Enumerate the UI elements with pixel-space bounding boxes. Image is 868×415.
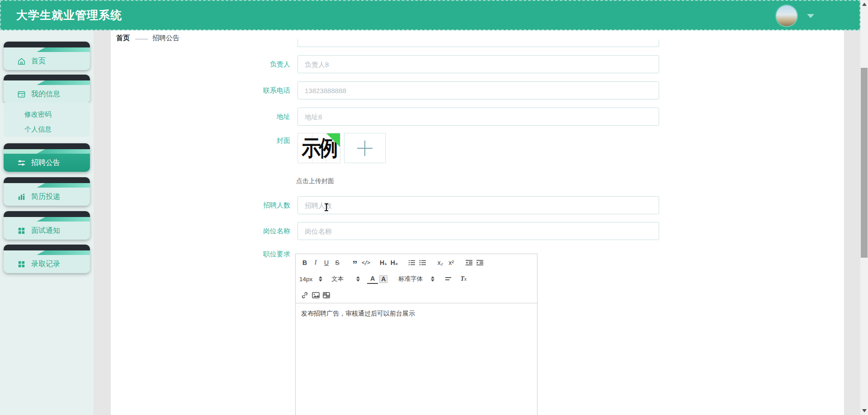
text-color-button[interactable]: A [367, 274, 378, 284]
picker-arrows-icon [431, 276, 434, 282]
image-button[interactable] [310, 290, 321, 300]
scroll-up-icon[interactable] [862, 3, 867, 6]
card-top-bar [4, 42, 90, 47]
phone-label: 联系电话 [111, 86, 290, 95]
main-content: 首页 —— 招聘公告 负责人 联系电话 地址 封面 示例 点击上传封面 招聘人数 [111, 30, 844, 415]
sidebar-item-interview-notice[interactable]: 面试通知 [4, 211, 90, 240]
cover-image-thumbnail[interactable]: 示例 [297, 133, 340, 163]
sidebar-item-resume-delivery[interactable]: 简历投递 [4, 177, 90, 206]
rich-text-editor: B I U S ” </> H₁ H₂ [295, 254, 538, 415]
form-row-headcount: 招聘人数 [111, 196, 659, 214]
sidebar: 首页 我的信息 修改密码 个人信息 招聘公告 [0, 30, 94, 415]
form-row-phone: 联系电话 [111, 81, 659, 99]
sidebar-item-label: 我的信息 [31, 90, 60, 99]
position-input[interactable] [297, 222, 659, 240]
sliders-icon [17, 159, 26, 167]
page-scrollbar[interactable] [860, 0, 868, 415]
scroll-down-icon[interactable] [862, 409, 867, 412]
grid-icon [17, 260, 26, 269]
card-stripe [4, 217, 90, 222]
text-style-value: 文本 [331, 275, 344, 283]
manager-label: 负责人 [111, 60, 290, 69]
superscript-button[interactable]: x² [446, 258, 457, 268]
sidebar-item-my-info[interactable]: 我的信息 [4, 75, 90, 103]
user-avatar[interactable] [776, 5, 797, 26]
strikethrough-button[interactable]: S [332, 258, 343, 268]
picker-arrows-icon [356, 276, 360, 282]
cover-upload-button[interactable] [344, 133, 386, 163]
link-button[interactable] [299, 290, 310, 300]
chevron-down-icon[interactable] [807, 14, 814, 18]
font-family-picker[interactable]: 标准字体 [398, 275, 437, 283]
cover-label: 封面 [111, 133, 290, 145]
sidebar-item-label: 面试通知 [31, 226, 60, 236]
editor-content[interactable]: 发布招聘广告，审核通过后可以前台展示 [296, 303, 537, 415]
font-family-value: 标准字体 [398, 275, 423, 283]
card-top-bar [4, 245, 90, 250]
sidebar-item-label: 首页 [31, 57, 46, 66]
breadcrumb-current: 招聘公告 [152, 34, 179, 42]
outdent-button[interactable] [463, 258, 474, 268]
user-menu[interactable] [776, 5, 814, 26]
align-button[interactable] [443, 274, 453, 284]
card-stripe [4, 80, 90, 85]
my-info-submenu: 修改密码 个人信息 [4, 103, 90, 137]
font-size-value: 14px [299, 276, 312, 283]
subscript-button[interactable]: x₂ [435, 258, 446, 268]
blockquote-button[interactable]: ” [349, 258, 360, 268]
scrollbar-thumb[interactable] [861, 68, 868, 258]
app-header: 大学生就业管理系统 [0, 0, 860, 30]
sidebar-item-home[interactable]: 首页 [4, 42, 90, 70]
underline-button[interactable]: U [321, 258, 332, 268]
font-size-picker[interactable]: 14px [299, 276, 325, 283]
picker-arrows-icon [319, 276, 322, 282]
card-stripe [4, 47, 90, 52]
video-button[interactable] [321, 290, 332, 300]
address-input[interactable] [297, 108, 659, 126]
home-icon [17, 57, 26, 66]
clean-format-button[interactable]: Tx [458, 274, 469, 284]
editor-toolbar: B I U S ” </> H₁ H₂ [296, 254, 537, 303]
breadcrumb: 首页 —— 招聘公告 [116, 34, 179, 42]
italic-button[interactable]: I [310, 258, 321, 268]
grid-icon [17, 226, 26, 235]
sidebar-item-label: 招聘公告 [31, 158, 60, 168]
card-stripe [4, 250, 90, 255]
card-top-bar [4, 75, 90, 80]
bar-chart-icon [17, 193, 26, 201]
headcount-input[interactable] [297, 196, 659, 214]
card-top-bar [4, 143, 90, 149]
header-2-button[interactable]: H₂ [389, 258, 400, 268]
address-label: 地址 [111, 113, 290, 121]
phone-input[interactable] [297, 81, 659, 99]
profile-card-icon [17, 90, 26, 99]
plus-icon [357, 141, 373, 156]
card-stripe [4, 149, 90, 154]
breadcrumb-separator: —— [135, 34, 147, 42]
sidebar-item-label: 录取记录 [31, 259, 60, 269]
ordered-list-button[interactable] [406, 258, 417, 268]
bold-button[interactable]: B [299, 258, 310, 268]
sidebar-subitem-personal-info[interactable]: 个人信息 [4, 122, 90, 137]
card-top-bar [4, 211, 90, 217]
clipped-input-above[interactable] [297, 39, 659, 47]
header-1-button[interactable]: H₁ [378, 258, 389, 268]
manager-input[interactable] [297, 55, 659, 73]
form-row-cover: 封面 示例 [111, 133, 386, 163]
sidebar-item-label: 简历投递 [31, 192, 60, 202]
form-row-address: 地址 [111, 108, 659, 126]
sidebar-item-recruit-notice[interactable]: 招聘公告 [4, 143, 90, 172]
card-top-bar [4, 177, 90, 183]
indent-button[interactable] [474, 258, 485, 268]
sidebar-item-admission-record[interactable]: 录取记录 [4, 245, 90, 273]
cover-upload-hint: 点击上传封面 [296, 177, 334, 185]
sidebar-subitem-change-password[interactable]: 修改密码 [4, 107, 90, 122]
code-block-button[interactable]: </> [360, 258, 371, 268]
breadcrumb-home[interactable]: 首页 [116, 34, 130, 42]
app-title: 大学生就业管理系统 [16, 8, 122, 23]
form-row-manager: 负责人 [111, 55, 659, 73]
background-color-button[interactable]: A [379, 275, 387, 283]
bullet-list-button[interactable] [417, 258, 428, 268]
text-style-picker[interactable]: 文本 [331, 275, 363, 283]
requirements-label: 职位要求 [111, 250, 290, 259]
